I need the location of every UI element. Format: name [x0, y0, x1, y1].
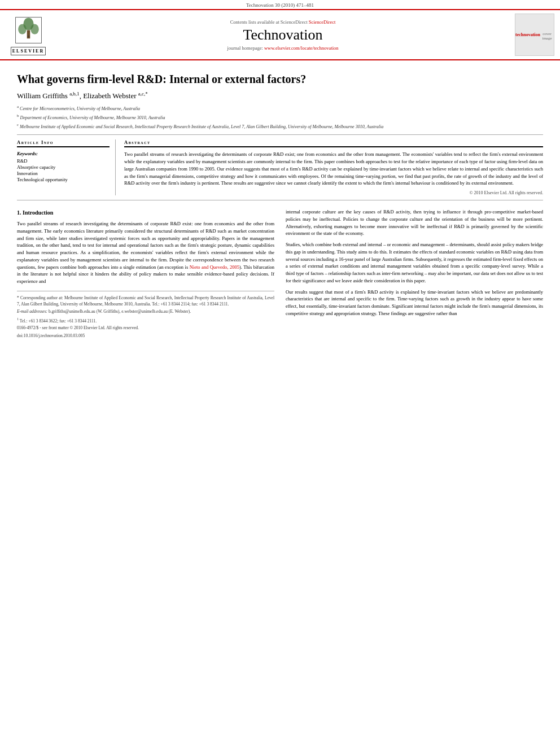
elsevier-text: ELSEVIER — [11, 47, 46, 55]
footnote-tel: 1 Tel.: +61 3 8344 3622; fax: +61 3 8344… — [17, 316, 274, 324]
journal-header: ELSEVIER Contents lists available at Sci… — [0, 9, 560, 60]
svg-point-5 — [27, 35, 29, 37]
column-2: internal corporate culture are the key c… — [286, 208, 543, 340]
keyword-tech: Technological opportunity — [17, 177, 110, 182]
abstract-label: Abstract — [124, 139, 543, 147]
article-title: What governs firm-level R&D: Internal or… — [17, 72, 543, 86]
section1-header: 1. Introduction — [17, 208, 274, 217]
footnote-corresponding: * Corresponding author at: Melbourne Ins… — [17, 295, 274, 308]
intro-para-3: Studies, which combine both external and… — [286, 241, 543, 285]
footnote-copyright: 0166-4972/$ - see front matter © 2010 El… — [17, 325, 274, 331]
abstract-section: Abstract Two parallel streams of researc… — [124, 139, 543, 195]
affiliations: a Centre for Microeconometrics, Universi… — [17, 104, 543, 130]
main-content: What governs firm-level R&D: Internal or… — [0, 60, 560, 346]
column-1: 1. Introduction Two parallel streams of … — [17, 208, 274, 340]
article-info: Article Info Keywords: R&D Absorptive ca… — [17, 139, 116, 195]
intro-para-1: Two parallel streams of research investi… — [17, 220, 274, 285]
keyword-rd: R&D — [17, 158, 110, 164]
abstract-text: Two parallel streams of research investi… — [124, 151, 543, 187]
journal-homepage: journal homepage: www.elsevier.com/locat… — [56, 45, 509, 51]
nieto-link[interactable]: Nieto and Quevedo, 2005 — [190, 264, 239, 270]
article-info-label: Article Info — [17, 139, 110, 147]
elsevier-tree-icon — [13, 15, 44, 46]
journal-center: Contents lists available at ScienceDirec… — [56, 19, 509, 51]
svg-point-3 — [30, 24, 39, 34]
journal-cover-image: technovation cover image — [515, 14, 554, 56]
citation-text: Technovation 30 (2010) 471–481 — [246, 2, 314, 8]
keyword-innovation: Innovation — [17, 171, 110, 176]
footnote-email: E-mail addresses: b.griffiths@unimelb.ed… — [17, 308, 274, 314]
elsevier-logo: ELSEVIER — [6, 15, 51, 55]
footnotes: * Corresponding author at: Melbourne Ins… — [17, 291, 274, 339]
svg-point-2 — [18, 24, 27, 34]
intro-para-4: Our results suggest that most of a firm'… — [286, 289, 543, 317]
citation-bar: Technovation 30 (2010) 471–481 — [0, 0, 560, 9]
body-divider — [17, 200, 543, 200]
keywords-label: Keywords: — [17, 151, 110, 156]
sciencedirect-link[interactable]: ScienceDirect — [309, 19, 336, 25]
header-divider — [17, 134, 543, 135]
authors: William Griffiths a,b,1, Elizabeth Webst… — [17, 91, 543, 101]
two-column-body: 1. Introduction Two parallel streams of … — [17, 208, 543, 340]
footnote-doi: doi:10.1016/j.technovation.2010.03.005 — [17, 333, 274, 339]
abstract-copyright: © 2010 Elsevier Ltd. All rights reserved… — [124, 190, 543, 195]
article-body: Article Info Keywords: R&D Absorptive ca… — [17, 139, 543, 195]
journal-title: Technovation — [56, 27, 509, 43]
keyword-absorptive: Absorptive capacity — [17, 164, 110, 170]
intro-para-2: internal corporate culture are the key c… — [286, 208, 543, 237]
homepage-link[interactable]: www.elsevier.com/locate/technovation — [264, 45, 339, 51]
contents-line: Contents lists available at ScienceDirec… — [56, 19, 509, 25]
